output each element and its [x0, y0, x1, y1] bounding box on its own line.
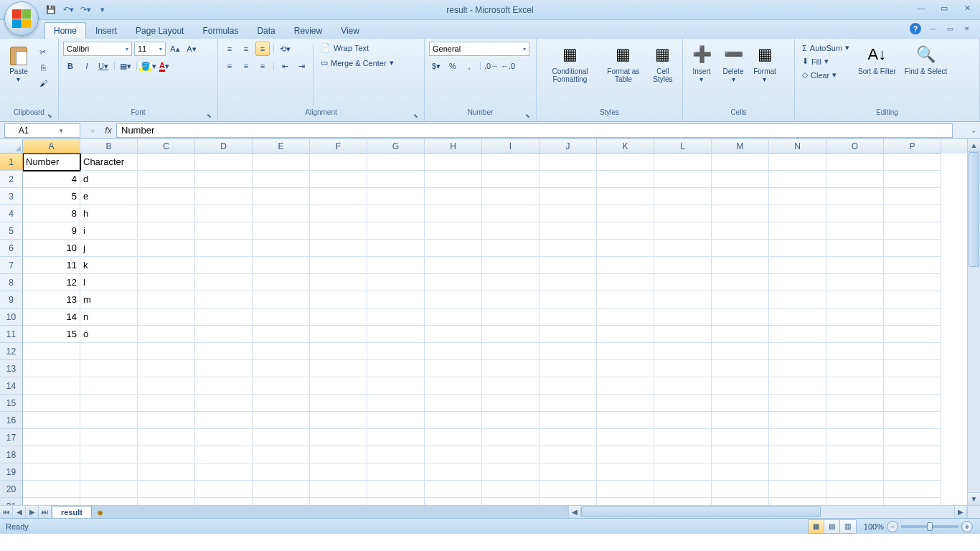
- cell-H2[interactable]: [425, 171, 482, 188]
- autosum-button[interactable]: ΣAutoSum ▾: [799, 42, 852, 54]
- cell-M21[interactable]: [712, 498, 769, 505]
- cell-F16[interactable]: [310, 412, 367, 429]
- cell-D13[interactable]: [195, 360, 253, 377]
- sheet-tab-result[interactable]: result: [52, 506, 92, 518]
- cell-A7[interactable]: 11: [23, 257, 80, 274]
- cell-E19[interactable]: [253, 463, 310, 481]
- cell-G9[interactable]: [367, 291, 425, 309]
- column-header-M[interactable]: M: [712, 139, 769, 154]
- cell-M4[interactable]: [712, 205, 769, 222]
- cell-O7[interactable]: [826, 257, 884, 274]
- cell-G18[interactable]: [367, 446, 425, 463]
- cell-E18[interactable]: [253, 446, 310, 463]
- cell-L13[interactable]: [654, 360, 712, 377]
- cell-C4[interactable]: [138, 205, 195, 222]
- cell-N13[interactable]: [769, 360, 826, 377]
- cell-F18[interactable]: [310, 446, 367, 463]
- cell-O4[interactable]: [826, 205, 884, 222]
- cell-G17[interactable]: [367, 429, 425, 446]
- cut-icon[interactable]: ✂: [34, 43, 51, 60]
- borders-button[interactable]: ▦▾: [118, 59, 133, 73]
- cell-I11[interactable]: [482, 326, 540, 343]
- cell-I3[interactable]: [482, 188, 540, 205]
- cell-B16[interactable]: [80, 412, 138, 429]
- undo-icon[interactable]: ↶▾: [62, 4, 75, 17]
- zoom-slider[interactable]: [901, 525, 958, 528]
- cell-G3[interactable]: [367, 188, 425, 205]
- cell-D5[interactable]: [195, 222, 253, 240]
- cell-I15[interactable]: [482, 395, 540, 412]
- cell-O20[interactable]: [826, 481, 884, 498]
- align-top-icon[interactable]: ≡: [222, 42, 237, 56]
- cell-O15[interactable]: [826, 395, 884, 412]
- cell-I7[interactable]: [482, 257, 540, 274]
- cell-I12[interactable]: [482, 343, 540, 360]
- name-box[interactable]: A1▾: [4, 123, 80, 138]
- cell-B17[interactable]: [80, 429, 138, 446]
- cell-D16[interactable]: [195, 412, 253, 429]
- cell-L21[interactable]: [654, 498, 712, 505]
- cell-M17[interactable]: [712, 429, 769, 446]
- column-header-J[interactable]: J: [540, 139, 597, 154]
- cell-K3[interactable]: [597, 188, 654, 205]
- cell-A11[interactable]: 15: [23, 326, 80, 343]
- scroll-left-icon[interactable]: ◀: [568, 506, 581, 518]
- cell-D3[interactable]: [195, 188, 253, 205]
- cell-L6[interactable]: [654, 240, 712, 257]
- cell-C8[interactable]: [138, 274, 195, 291]
- cell-E16[interactable]: [253, 412, 310, 429]
- cell-F8[interactable]: [310, 274, 367, 291]
- cell-B20[interactable]: [80, 481, 138, 498]
- cell-J3[interactable]: [540, 188, 597, 205]
- cell-L15[interactable]: [654, 395, 712, 412]
- cell-H15[interactable]: [425, 395, 482, 412]
- cell-K19[interactable]: [597, 463, 654, 481]
- cell-H18[interactable]: [425, 446, 482, 463]
- fx-button[interactable]: fx: [100, 123, 116, 138]
- cell-D19[interactable]: [195, 463, 253, 481]
- tab-page-layout[interactable]: Page Layout: [126, 22, 193, 39]
- page-break-view-button[interactable]: ▥: [840, 520, 856, 533]
- cell-J2[interactable]: [540, 171, 597, 188]
- cell-I14[interactable]: [482, 377, 540, 395]
- cell-K7[interactable]: [597, 257, 654, 274]
- cell-A17[interactable]: [23, 429, 80, 446]
- cell-E10[interactable]: [253, 309, 310, 326]
- cell-O21[interactable]: [826, 498, 884, 505]
- cells-area[interactable]: NumberCharacter4d5e8h9i10j11k12l13m14n15…: [23, 154, 967, 505]
- row-header-14[interactable]: 14: [0, 377, 23, 395]
- delete-cells-button[interactable]: ➖Delete▾: [719, 42, 748, 85]
- cell-B12[interactable]: [80, 343, 138, 360]
- cell-B6[interactable]: j: [80, 240, 138, 257]
- cell-L7[interactable]: [654, 257, 712, 274]
- cell-C20[interactable]: [138, 481, 195, 498]
- cell-F5[interactable]: [310, 222, 367, 240]
- cell-N19[interactable]: [769, 463, 826, 481]
- cell-C15[interactable]: [138, 395, 195, 412]
- cell-P12[interactable]: [884, 343, 941, 360]
- cell-H11[interactable]: [425, 326, 482, 343]
- cell-J5[interactable]: [540, 222, 597, 240]
- cell-N20[interactable]: [769, 481, 826, 498]
- align-bottom-icon[interactable]: ≡: [255, 42, 270, 56]
- row-header-4[interactable]: 4: [0, 205, 23, 222]
- cell-F11[interactable]: [310, 326, 367, 343]
- cell-P11[interactable]: [884, 326, 941, 343]
- cell-O1[interactable]: [826, 154, 884, 171]
- cell-H6[interactable]: [425, 240, 482, 257]
- cell-N15[interactable]: [769, 395, 826, 412]
- row-header-16[interactable]: 16: [0, 412, 23, 429]
- cell-M1[interactable]: [712, 154, 769, 171]
- cell-E2[interactable]: [253, 171, 310, 188]
- cell-K11[interactable]: [597, 326, 654, 343]
- cell-E14[interactable]: [253, 377, 310, 395]
- cell-C7[interactable]: [138, 257, 195, 274]
- cell-J18[interactable]: [540, 446, 597, 463]
- font-size-combo[interactable]: 11▾: [134, 42, 166, 56]
- cell-A12[interactable]: [23, 343, 80, 360]
- zoom-in-button[interactable]: +: [961, 521, 973, 532]
- cell-J12[interactable]: [540, 343, 597, 360]
- cell-D14[interactable]: [195, 377, 253, 395]
- cell-G10[interactable]: [367, 309, 425, 326]
- cell-D1[interactable]: [195, 154, 253, 171]
